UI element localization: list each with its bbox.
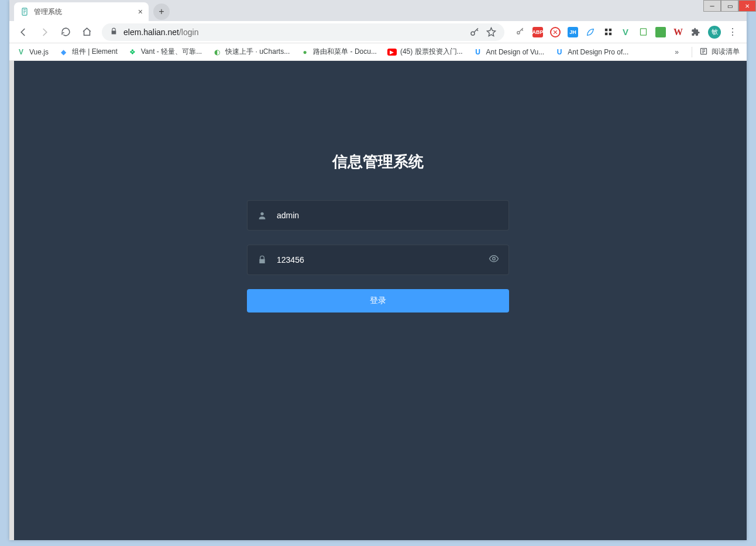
tab-favicon-icon (20, 7, 29, 16)
extension-note-icon[interactable] (638, 27, 648, 37)
bookmark-label: Ant Design Pro of... (568, 48, 628, 56)
url-path: /login (179, 28, 198, 37)
bookmarks-overflow-button[interactable]: » (672, 48, 681, 56)
tab-strip: 管理系统 × + (9, 0, 747, 21)
username-field-wrap (247, 200, 509, 231)
extension-green-icon[interactable] (655, 27, 666, 37)
svg-point-9 (260, 212, 263, 215)
bookmark-label: 组件 | Element (72, 47, 118, 57)
bookmarks-bar: V Vue.js ◆ 组件 | Element ❖ Vant - 轻量、可靠..… (9, 43, 747, 61)
window-minimize-button[interactable]: ─ (703, 0, 721, 12)
back-button[interactable] (14, 23, 33, 42)
login-button[interactable]: 登录 (247, 289, 509, 313)
lock-icon (110, 28, 118, 37)
lock-icon (257, 255, 267, 265)
bookmark-item[interactable]: ◆ 组件 | Element (59, 47, 118, 57)
username-input[interactable] (277, 201, 499, 230)
toolbar-extensions: ABP JH V W 敏 ⋮ (510, 26, 742, 39)
bookmark-icon: U (473, 47, 483, 57)
extensions-puzzle-icon[interactable] (690, 27, 701, 37)
extension-key-icon[interactable] (515, 27, 525, 37)
page-viewport: 信息管理系统 登录 (9, 61, 747, 540)
bookmark-item[interactable]: ◐ 快速上手 · uCharts... (212, 47, 290, 57)
reading-list-button[interactable]: 阅读清单 (692, 47, 740, 57)
forward-button[interactable] (35, 23, 54, 42)
bookmark-item[interactable]: ❖ Vant - 轻量、可靠... (128, 47, 202, 57)
login-form: 登录 (247, 200, 509, 313)
bookmark-label: (45) 股票投资入门... (400, 47, 463, 57)
tab-close-icon[interactable]: × (138, 7, 143, 16)
svg-point-10 (493, 257, 496, 260)
svg-rect-7 (640, 29, 646, 35)
bookmark-icon: ◐ (212, 47, 222, 57)
bookmark-item[interactable]: V Vue.js (16, 47, 49, 57)
bookmark-icon: ❖ (128, 47, 138, 57)
bookmark-label: Vue.js (29, 48, 49, 56)
window-close-button[interactable]: ✕ (738, 0, 756, 12)
extension-circle-icon[interactable] (550, 27, 561, 37)
extension-jh-icon[interactable]: JH (568, 27, 578, 37)
bookmark-item[interactable]: U Ant Design Pro of... (555, 47, 628, 57)
svg-rect-4 (609, 29, 611, 31)
window-maximize-button[interactable]: ▭ (721, 0, 738, 12)
browser-toolbar: elem.halian.net/login ABP JH (9, 21, 747, 43)
profile-avatar[interactable]: 敏 (708, 26, 721, 39)
user-icon (257, 211, 267, 220)
svg-point-1 (471, 32, 475, 35)
toggle-password-visibility-icon[interactable] (489, 253, 499, 266)
bookmark-item[interactable]: ▶ (45) 股票投资入门... (387, 47, 463, 57)
star-icon[interactable] (486, 27, 496, 37)
bookmark-item[interactable]: U Ant Design of Vu... (473, 47, 545, 57)
bookmark-label: Ant Design of Vu... (486, 48, 545, 56)
browser-menu-button[interactable]: ⋮ (728, 26, 737, 37)
browser-window: 管理系统 × + elem.halian.net/login (9, 0, 747, 540)
svg-rect-6 (609, 33, 611, 35)
bookmark-label: Vant - 轻量、可靠... (141, 47, 202, 57)
reading-list-icon (699, 47, 708, 57)
tab-title: 管理系统 (34, 7, 133, 17)
svg-rect-3 (604, 29, 607, 31)
extension-leaf-icon[interactable] (585, 27, 596, 37)
new-tab-button[interactable]: + (153, 4, 170, 20)
extension-vue-icon[interactable]: V (620, 27, 631, 37)
bookmark-icon: V (16, 47, 26, 57)
svg-rect-5 (604, 33, 607, 35)
bookmark-label: 路由和菜单 - Docu... (313, 47, 377, 57)
url-host: elem.halian.net (123, 28, 179, 37)
browser-tab[interactable]: 管理系统 × (14, 2, 149, 21)
bookmark-item[interactable]: ● 路由和菜单 - Docu... (300, 47, 377, 57)
address-bar[interactable]: elem.halian.net/login (102, 23, 504, 41)
bookmark-icon: ● (300, 47, 310, 57)
reading-list-label: 阅读清单 (712, 47, 740, 57)
extension-w-icon[interactable]: W (673, 27, 683, 37)
password-key-icon[interactable] (469, 27, 480, 37)
bookmark-label: 快速上手 · uCharts... (225, 47, 290, 57)
page-left-edge (9, 61, 14, 540)
password-field-wrap (247, 245, 509, 275)
reload-button[interactable] (56, 23, 75, 42)
extension-grid-icon[interactable] (603, 27, 613, 37)
window-controls: ─ ▭ ✕ (703, 0, 756, 12)
bookmark-icon: U (555, 47, 564, 57)
password-input[interactable] (277, 245, 479, 274)
bookmark-icon: ▶ (387, 49, 397, 56)
svg-point-2 (517, 32, 519, 34)
bookmark-icon: ◆ (59, 47, 68, 57)
login-title: 信息管理系统 (332, 152, 424, 172)
extension-abp-icon[interactable]: ABP (532, 27, 543, 37)
url-text: elem.halian.net/login (123, 28, 463, 37)
home-button[interactable] (77, 23, 96, 42)
